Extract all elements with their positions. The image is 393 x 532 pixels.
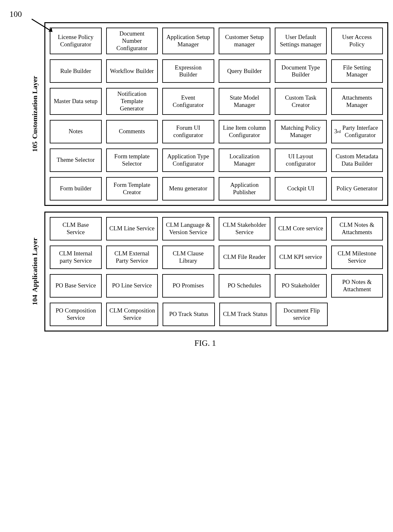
- grid-cell: UI Layout configurator: [275, 148, 327, 172]
- grid-cell: PO Stakeholder: [275, 274, 327, 298]
- grid-cell: PO Track Status: [163, 303, 215, 326]
- layer-title-105: Customization Layer: [31, 76, 39, 139]
- grid-row: License Policy ConfiguratorDocument Numb…: [50, 28, 383, 54]
- grid-cell: Theme Selector: [50, 148, 102, 172]
- grid-cell: Form Template Creator: [106, 177, 158, 200]
- grid-cell: CLM KPI service: [275, 246, 327, 269]
- grid-cell: Form template Selector: [106, 148, 158, 172]
- grid-cell: CLM Milestone Service: [331, 246, 383, 269]
- grid-cell: PO Line Service: [106, 274, 158, 298]
- grid-cell: Document Flip service: [276, 303, 328, 326]
- grid-row: Theme SelectorForm template SelectorAppl…: [50, 148, 383, 172]
- grid-cell: CLM Core service: [275, 217, 327, 240]
- grid-cell: PO Base Service: [50, 274, 102, 298]
- figure-caption: FIG. 1: [22, 338, 388, 348]
- grid-cell: Event Configurator: [162, 88, 214, 115]
- grid-cell: Line Item column Configurator: [219, 120, 271, 143]
- grid-cell: Notes: [50, 120, 102, 143]
- grid-cell: Matching Policy Manager: [275, 120, 327, 143]
- grid-row: Rule BuilderWorkflow BuilderExpression B…: [50, 59, 383, 83]
- grid-cell: Attachments Manager: [331, 88, 383, 115]
- grid-cell: User Access Policy: [331, 28, 383, 54]
- grid-cell: Workflow Builder: [106, 59, 158, 83]
- grid-cell: Query Builder: [219, 59, 271, 83]
- layer-title-104: Application Layer: [31, 238, 39, 292]
- grid-cell: State Model Manager: [219, 88, 271, 115]
- layer-id-104: 104: [31, 295, 39, 305]
- grid-cell: PO Schedules: [219, 274, 271, 298]
- grid-cell: PO Notes & Attachment: [331, 274, 383, 298]
- grid-cell: Document Type Builder: [275, 59, 327, 83]
- grid-cell: CLM Clause Library: [162, 246, 214, 269]
- grid-cell: Cockpit UI: [275, 177, 327, 200]
- layer-side-label-105: 105Customization Layer: [22, 22, 44, 206]
- grid-cell: PO Promises: [162, 274, 214, 298]
- grid-cell: CLM Base Service: [50, 217, 102, 240]
- grid-row: NotesCommentsForum UI configuratorLine I…: [50, 120, 383, 143]
- grid-cell: CLM File Reader: [219, 246, 271, 269]
- grid-cell: CLM Line Service: [106, 217, 158, 240]
- grid-cell: Customer Setup manager: [219, 28, 271, 54]
- grid-row: Master Data setupNotification Template G…: [50, 88, 383, 115]
- grid-row: CLM Internal party ServiceCLM External P…: [50, 246, 383, 269]
- layer-id-105: 105: [31, 141, 39, 152]
- figure-reference: 100: [10, 10, 22, 19]
- grid-cell: Custom Metadata Data Builder: [331, 148, 383, 172]
- grid-cell: CLM Notes & Attachments: [331, 217, 383, 240]
- grid-cell: Application Publisher: [219, 177, 271, 200]
- grid-row: CLM Base ServiceCLM Line ServiceCLM Lang…: [50, 217, 383, 240]
- grid-cell: CLM Track Status: [219, 303, 271, 326]
- grid-cell: CLM Stakeholder Service: [219, 217, 271, 240]
- grid-cell: Policy Generator: [331, 177, 383, 200]
- grid-cell: Application Type Configurator: [162, 148, 214, 172]
- grid-cell: Expression Builder: [162, 59, 214, 83]
- grid-cell: 3rd Party Interface Configurator: [331, 120, 383, 143]
- grid-cell: Notification Template Generator: [106, 88, 158, 115]
- grid-row: Form builderForm Template CreatorMenu ge…: [50, 177, 383, 200]
- grid-cell: CLM Language & Version Service: [162, 217, 214, 240]
- grid-cell: Application Setup Manager: [162, 28, 214, 54]
- grid-cell: Form builder: [50, 177, 102, 200]
- grid-cell: Localization Manager: [219, 148, 271, 172]
- grid-cell: CLM Internal party Service: [50, 246, 102, 269]
- grid-cell: Custom Task Creator: [275, 88, 327, 115]
- grid-cell: PO Composition Service: [50, 303, 102, 326]
- grid-cell: CLM Composition Service: [106, 303, 158, 326]
- grid-cell: Master Data setup: [50, 88, 102, 115]
- grid-cell: Menu generator: [162, 177, 214, 200]
- layer-box-105: License Policy ConfiguratorDocument Numb…: [44, 22, 388, 206]
- grid-row: PO Composition ServiceCLM Composition Se…: [50, 303, 383, 326]
- grid-cell: Rule Builder: [50, 59, 102, 83]
- grid-cell: Forum UI configurator: [162, 120, 214, 143]
- grid-row: PO Base ServicePO Line ServicePO Promise…: [50, 274, 383, 298]
- layer-box-104: CLM Base ServiceCLM Line ServiceCLM Lang…: [44, 212, 388, 332]
- grid-cell: CLM External Party Service: [106, 246, 158, 269]
- grid-cell: User Default Settings manager: [275, 28, 327, 54]
- grid-cell: Comments: [106, 120, 158, 143]
- grid-cell: Document Number Configurator: [106, 28, 158, 54]
- grid-cell: File Setting Manager: [331, 59, 383, 83]
- layer-side-label-104: 104Application Layer: [22, 212, 44, 332]
